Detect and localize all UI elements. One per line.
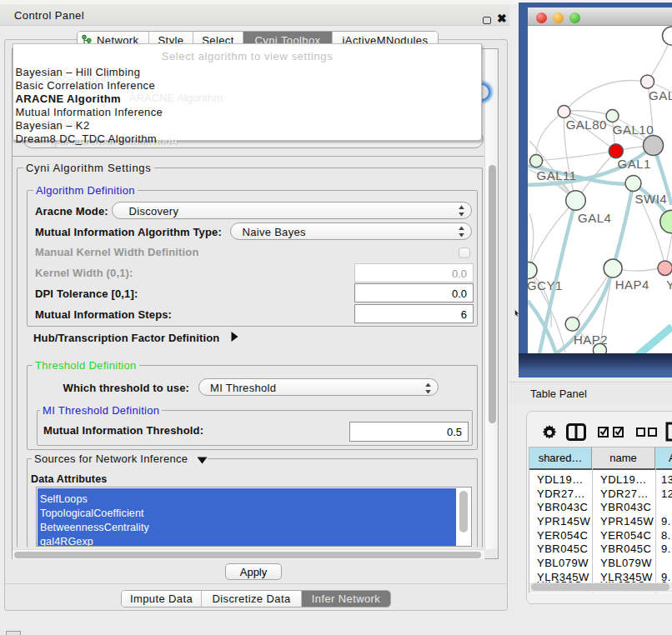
svg-text:GAL80: GAL80 [566, 118, 607, 132]
svg-text:GAL10: GAL10 [613, 122, 654, 137]
svg-text:GAL4: GAL4 [578, 211, 611, 225]
svg-text:GAL: GAL [649, 88, 672, 102]
svg-text:GAL1: GAL1 [618, 157, 651, 171]
svg-text:Y: Y [666, 278, 672, 292]
svg-text:HAP4: HAP4 [615, 278, 649, 292]
svg-text:SWI4: SWI4 [635, 192, 668, 206]
svg-text:GCY1: GCY1 [528, 278, 563, 292]
svg-text:HAP2: HAP2 [574, 332, 608, 347]
svg-text:GAL11: GAL11 [537, 168, 577, 182]
